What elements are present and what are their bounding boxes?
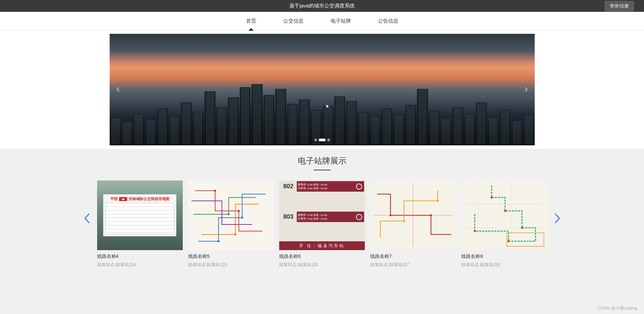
banner-dot-2[interactable] (327, 139, 330, 141)
route-card-title: 线路名称8 (461, 253, 547, 260)
login-register-button[interactable]: 登录/注册 (605, 1, 634, 11)
svg-rect-11 (461, 180, 547, 250)
sign-dest: 济南城际公交班线导视图 (129, 196, 170, 201)
cards-next-button[interactable] (554, 213, 561, 227)
bus-number: 803 (280, 212, 297, 222)
banner-indicators (314, 139, 330, 141)
section-title: 电子站牌展示 (0, 155, 644, 166)
bus-logo-icon (354, 212, 364, 222)
nav-station-sign[interactable]: 电子站牌 (317, 12, 364, 30)
route-card-image: 平阴 ⇄ 济南城际公交班线导视图 (97, 180, 183, 250)
route-card-image (188, 180, 274, 250)
svg-point-7 (390, 214, 392, 216)
svg-point-1 (238, 210, 240, 212)
svg-point-10 (437, 200, 439, 202)
app-header: 基于java的城市公交调度系统 登录/注册 (0, 0, 644, 12)
route-card-title: 线路名称6 (279, 253, 365, 260)
nav-bus-info[interactable]: 公交信息 (270, 12, 317, 30)
banner-dot-1[interactable] (319, 139, 326, 141)
bus-stops (279, 223, 365, 241)
route-card-sub: 始发站点:始发站点5 (188, 262, 274, 268)
cards-carousel: 平阴 ⇄ 济南城际公交班线导视图 线路名称4 始发站点:始发站点4 (77, 180, 568, 268)
route-card-sub: 始发站点:始发站点4 (97, 262, 183, 268)
svg-point-13 (504, 210, 506, 212)
app-title: 基于java的城市公交调度系统 (289, 3, 355, 9)
route-card[interactable]: 线路名称8 始发站点:始发站点8 (461, 180, 547, 268)
bus-stops (279, 192, 365, 211)
banner-image (110, 34, 535, 145)
city-skyline (110, 84, 535, 146)
svg-point-8 (430, 214, 432, 216)
svg-point-4 (227, 213, 229, 215)
svg-point-2 (217, 240, 219, 242)
banner-next-button[interactable] (523, 86, 530, 93)
route-card[interactable]: 线路名称5 始发站点:始发站点5 (188, 180, 274, 268)
cards-prev-button[interactable] (84, 213, 90, 227)
svg-point-12 (491, 196, 493, 198)
route-card-title: 线路名称5 (188, 253, 274, 260)
svg-point-14 (521, 227, 523, 229)
route-card-sub: 始发站点:始发站点6 (279, 262, 365, 268)
sign-origin: 平阴 (110, 196, 118, 201)
section-divider (314, 170, 331, 170)
banner-container (0, 30, 644, 149)
cards-list: 平阴 ⇄ 济南城际公交班线导视图 线路名称4 始发站点:始发站点4 (97, 180, 547, 268)
hero-banner (110, 34, 535, 145)
route-card-image (370, 180, 456, 250)
route-card-image (461, 180, 547, 250)
nav-home[interactable]: 首页 (232, 12, 270, 30)
bus-number: 802 (280, 181, 297, 192)
bus-destination: 开 往：磁县汽车站 (279, 241, 365, 250)
banner-prev-button[interactable] (115, 86, 121, 93)
banner-dot-0[interactable] (314, 139, 317, 141)
route-card-image: 802 夏季早: 5:30 末班: 19:30冬季早: 6:00 末班: 19:… (279, 180, 365, 250)
arrow-icon: ⇄ (119, 197, 127, 201)
route-card[interactable]: 线路名称7 始发站点:始发站点7 (370, 180, 456, 268)
route-card[interactable]: 平阴 ⇄ 济南城际公交班线导视图 线路名称4 始发站点:始发站点4 (97, 180, 183, 268)
svg-point-16 (474, 230, 476, 232)
route-card-title: 线路名称4 (97, 253, 183, 260)
svg-point-15 (508, 240, 510, 242)
route-card[interactable]: 802 夏季早: 5:30 末班: 19:30冬季早: 6:00 末班: 19:… (279, 180, 365, 268)
svg-point-3 (241, 217, 243, 219)
svg-point-5 (234, 234, 236, 236)
nav-announcement[interactable]: 公告信息 (364, 12, 412, 30)
svg-point-0 (214, 190, 216, 192)
bus-schedule: 夏季早: 5:30 末班: 19:30冬季早: 6:00 末班: 19:00 (297, 212, 354, 222)
main-nav: 首页 公交信息 电子站牌 公告信息 (0, 12, 644, 30)
bus-logo-icon (354, 181, 364, 192)
route-card-sub: 始发站点:始发站点8 (461, 262, 547, 268)
bus-schedule: 夏季早: 5:30 末班: 19:30冬季早: 6:00 末班: 19:00 (297, 181, 354, 192)
route-card-sub: 始发站点:始发站点7 (370, 262, 456, 268)
route-card-title: 线路名称7 (370, 253, 456, 260)
svg-point-9 (403, 220, 405, 222)
